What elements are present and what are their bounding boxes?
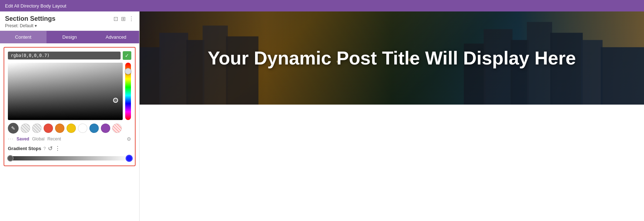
left-panel: Section Settings ⊡ ⊞ ⋮ Preset: Default ▾… [0,11,140,221]
svg-rect-2 [159,33,188,105]
swatch-transparent1[interactable] [21,124,30,133]
gradient-bar-container [8,155,131,162]
color-gradient-area [8,63,131,120]
content-area [140,105,644,221]
panel-header: Section Settings ⊡ ⊞ ⋮ Preset: Default ▾ [0,11,139,31]
palette-dots-button[interactable]: ··· [8,136,14,142]
gradient-stops-row: Gradient Stops ? ↺ ⋮ [8,145,131,152]
panel-header-icons: ⊡ ⊞ ⋮ [113,15,134,22]
color-saturation-canvas[interactable] [8,63,123,120]
eyedropper-button[interactable]: ✎ [8,123,19,134]
swatches-row: ✎ [8,123,131,134]
top-bar: Edit All Directory Body Layout [0,0,644,11]
swatch-transparent2[interactable] [32,124,42,133]
palette-tab-recent[interactable]: Recent [47,136,61,141]
palette-tabs: ··· Saved Global Recent ⚙ [8,136,131,142]
tab-design[interactable]: Design [47,31,93,43]
swatch-white[interactable] [78,124,87,133]
swatch-purple[interactable] [101,124,110,133]
columns-icon[interactable]: ⊞ [121,15,126,22]
hero-title: Your Dynamic Post Title Will Display Her… [193,47,590,69]
color-hex-input[interactable] [8,52,121,59]
color-picker-section: ✓ ✎ [4,47,136,166]
gradient-stop-left[interactable] [7,155,14,162]
svg-rect-1 [140,47,161,105]
panel-title: Section Settings [5,15,55,23]
resize-icon[interactable]: ⊡ [113,15,118,22]
right-panel: Your Dynamic Post Title Will Display Her… [140,11,644,221]
swatch-custom[interactable] [112,124,122,133]
gradient-menu-button[interactable]: ⋮ [55,145,60,152]
color-canvas-thumb [113,98,118,103]
gradient-stops-label: Gradient Stops [8,146,41,151]
palette-tab-global[interactable]: Global [32,136,45,141]
gradient-stop-right[interactable] [126,155,133,162]
hero-banner: Your Dynamic Post Title Will Display Her… [140,11,644,105]
color-input-row: ✓ [8,51,131,60]
tab-advanced[interactable]: Advanced [93,31,139,43]
tab-content[interactable]: Content [0,31,47,43]
panel-header-top: Section Settings ⊡ ⊞ ⋮ [5,15,134,23]
swatch-red[interactable] [44,124,53,133]
tabs-bar: Content Design Advanced [0,31,139,43]
preset-label[interactable]: Preset: Default ▾ [5,23,134,28]
hue-slider[interactable] [125,63,131,120]
gradient-bar[interactable] [8,156,131,160]
top-bar-label: Edit All Directory Body Layout [5,3,66,9]
palette-tab-saved[interactable]: Saved [16,136,29,141]
swatch-blue[interactable] [89,124,99,133]
gradient-help-icon[interactable]: ? [43,146,46,151]
color-confirm-button[interactable]: ✓ [123,51,131,60]
canvas-area: Your Dynamic Post Title Will Display Her… [140,11,644,221]
swatch-yellow[interactable] [67,124,76,133]
hue-slider-container [125,63,131,120]
svg-rect-12 [601,47,644,105]
main-layout: Section Settings ⊡ ⊞ ⋮ Preset: Default ▾… [0,11,644,221]
palette-settings-icon[interactable]: ⚙ [127,136,131,142]
hue-slider-thumb [125,68,131,75]
gradient-undo-button[interactable]: ↺ [48,145,53,152]
swatch-orange[interactable] [55,124,64,133]
more-icon[interactable]: ⋮ [128,15,134,22]
